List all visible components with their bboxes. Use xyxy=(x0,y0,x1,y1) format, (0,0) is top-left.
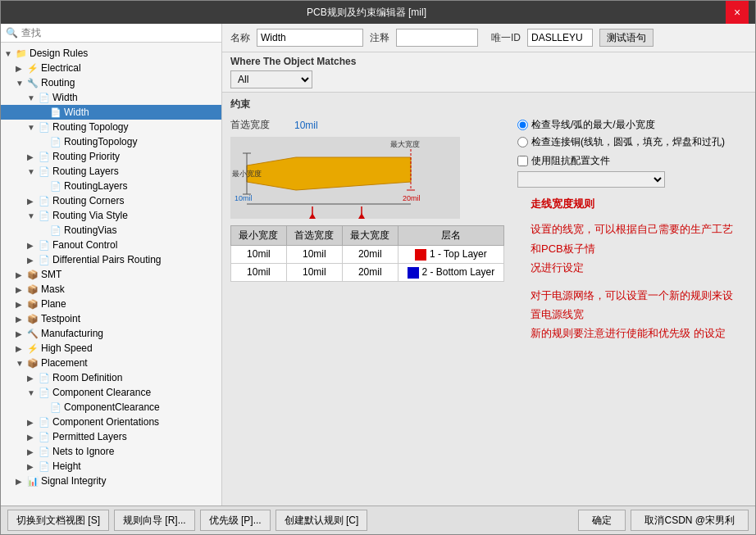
comment-input[interactable] xyxy=(396,29,478,47)
tree-item-mask[interactable]: ▶📦Mask xyxy=(1,282,221,297)
name-input[interactable] xyxy=(257,29,363,47)
impedance-select[interactable] xyxy=(517,171,665,188)
layer-color-box xyxy=(415,249,426,261)
search-input[interactable] xyxy=(21,27,216,39)
tree-label: RoutingTopology xyxy=(64,136,137,147)
tree-toggle: ▶ xyxy=(16,344,27,353)
layer-table-header: 首选宽度 xyxy=(286,226,342,246)
radio-arc[interactable] xyxy=(517,120,528,130)
tree-item-design-rules[interactable]: ▼📁Design Rules xyxy=(1,46,221,61)
tree-icon: 📊 xyxy=(27,476,39,487)
tree-icon: 📄 xyxy=(50,402,61,413)
tree-item-comp-orient[interactable]: ▶📄Component Orientations xyxy=(1,415,221,429)
tree-item-diff-pairs[interactable]: ▶📄Differential Pairs Routing xyxy=(1,252,221,267)
tree-item-routing-topology[interactable]: ▼📄Routing Topology xyxy=(1,120,221,134)
tree-toggle: ▼ xyxy=(27,211,39,220)
commentary: 走线宽度规则 设置的线宽，可以根据自己需要的生产工艺和PCB板子情 况进行设定 … xyxy=(517,188,747,350)
tree-label: RoutingVias xyxy=(64,224,117,236)
close-button[interactable]: × xyxy=(726,1,749,24)
id-input[interactable] xyxy=(527,29,593,47)
tree-icon: 📄 xyxy=(39,122,50,133)
match-dropdown[interactable]: AllNetNet ClassLayerNet and Layer xyxy=(230,70,312,88)
tree-icon: 📄 xyxy=(39,152,50,162)
radio-arc-label: 检查导线/弧的最大/最小宽度 xyxy=(531,118,655,132)
tree-toggle: ▶ xyxy=(27,418,39,427)
tree-label: Routing Corners xyxy=(52,195,124,206)
trace-svg: 最小宽度 10mil 最大宽度 20mil xyxy=(230,137,460,219)
table-cell-pref: 10mil xyxy=(286,263,342,281)
main-window: PCB规则及约束编辑器 [mil] × 🔍 ▼📁Design Rules▶⚡El… xyxy=(0,0,756,535)
tree-icon: ⚡ xyxy=(27,63,39,74)
tree-icon: 📄 xyxy=(39,166,50,177)
tree-label: Plane xyxy=(41,298,66,310)
radio-copper[interactable] xyxy=(517,137,528,147)
tree-item-comp-clearance[interactable]: ▼📄Component Clearance xyxy=(1,385,221,400)
radio-row-1: 检查导线/弧的最大/最小宽度 xyxy=(517,118,747,132)
switch-view-button[interactable]: 切换到文档视图 [S] xyxy=(7,510,109,531)
tree-label: High Speed xyxy=(41,342,93,354)
tree-item-routing-layers[interactable]: ▼📄Routing Layers xyxy=(1,164,221,179)
tree-item-comp-clearance-sub[interactable]: 📄ComponentClearance xyxy=(1,400,221,415)
tree-item-height[interactable]: ▶📄Height xyxy=(1,459,221,474)
tree-icon: 📦 xyxy=(27,358,39,369)
layer-table-header: 层名 xyxy=(398,226,503,246)
tree-label: Electrical xyxy=(41,62,81,74)
layer-table: 最小宽度首选宽度最大宽度层名10mil10mil20mil1 - Top Lay… xyxy=(230,225,504,282)
tree-item-signal-integrity[interactable]: ▶📊Signal Integrity xyxy=(1,474,221,488)
tree-item-testpoint[interactable]: ▶📦Testpoint xyxy=(1,311,221,326)
tree-label: Signal Integrity xyxy=(41,475,106,487)
test-button[interactable]: 测试语句 xyxy=(599,29,654,47)
tree-item-routing-vias[interactable]: 📄RoutingVias xyxy=(1,223,221,238)
tree-item-nets-ignore[interactable]: ▶📄Nets to Ignore xyxy=(1,444,221,459)
confirm-button[interactable]: 确定 xyxy=(578,510,626,531)
tree-toggle: ▶ xyxy=(27,447,39,456)
tree-item-routing-layers-sub[interactable]: 📄RoutingLayers xyxy=(1,179,221,193)
tree-toggle: ▼ xyxy=(27,388,39,397)
tree-icon: 📄 xyxy=(50,107,61,118)
tree-toggle: ▶ xyxy=(27,462,39,471)
tree-label: Height xyxy=(52,460,81,472)
name-label: 名称 xyxy=(230,31,250,45)
tree-item-width[interactable]: 📄Width xyxy=(1,105,221,120)
tree-icon: ⚡ xyxy=(27,343,39,354)
tree-toggle: ▶ xyxy=(27,197,39,206)
tree-item-high-speed[interactable]: ▶⚡High Speed xyxy=(1,341,221,356)
tree-icon: 📄 xyxy=(39,211,50,221)
pref-width-label: 首选宽度 xyxy=(230,118,288,132)
tree-icon: 📦 xyxy=(27,314,39,324)
tree-icon: 🔧 xyxy=(27,78,39,88)
tree-label: Routing Layers xyxy=(52,165,119,177)
tree-item-manufacturing[interactable]: ▶🔨Manufacturing xyxy=(1,326,221,341)
tree-item-electrical[interactable]: ▶⚡Electrical xyxy=(1,61,221,75)
tree-item-smt[interactable]: ▶📦SMT xyxy=(1,267,221,282)
trace-visual: 最小宽度 10mil 最大宽度 20mil xyxy=(230,137,460,219)
tree-toggle: ▶ xyxy=(16,285,27,294)
tree-item-plane[interactable]: ▶📦Plane xyxy=(1,297,221,311)
commentary-line3: 况进行设定 xyxy=(531,258,734,277)
tree-item-placement[interactable]: ▼📦Placement xyxy=(1,356,221,370)
checkbox-row: 使用阻抗配置文件 xyxy=(517,154,747,168)
tree-toggle: ▶ xyxy=(16,270,27,279)
tree-item-routing-priority[interactable]: ▶📄Routing Priority xyxy=(1,149,221,164)
rule-wizard-button[interactable]: 规则向导 [R]... xyxy=(114,510,195,531)
table-cell-layer: 1 - Top Layer xyxy=(398,246,503,264)
rule-header: 名称 注释 唯一ID 测试语句 xyxy=(222,24,755,52)
svg-text:最小宽度: 最小宽度 xyxy=(232,170,262,178)
tree-item-permitted-layers[interactable]: ▶📄Permitted Layers xyxy=(1,429,221,444)
tree-item-routing-via-style[interactable]: ▼📄Routing Via Style xyxy=(1,208,221,223)
tree-item-routing-topology-sub[interactable]: 📄RoutingTopology xyxy=(1,134,221,149)
tree-toggle: ▶ xyxy=(27,256,39,265)
tree-item-routing-corners[interactable]: ▶📄Routing Corners xyxy=(1,193,221,208)
tree-item-room-def[interactable]: ▶📄Room Definition xyxy=(1,370,221,385)
tree-item-fanout-control[interactable]: ▶📄Fanout Control xyxy=(1,238,221,252)
tree-item-width-group[interactable]: ▼📄Width xyxy=(1,90,221,105)
tree-icon: 📄 xyxy=(39,447,50,457)
impedance-checkbox[interactable] xyxy=(517,156,528,166)
tree-icon: 📄 xyxy=(39,461,50,472)
tree-label: RoutingLayers xyxy=(64,180,127,192)
tree-item-routing[interactable]: ▼🔧Routing xyxy=(1,75,221,90)
cancel-button[interactable]: 取消CSDN @宋男利 xyxy=(631,510,749,531)
create-default-button[interactable]: 创建默认规则 [C] xyxy=(276,510,368,531)
table-cell-pref: 10mil xyxy=(286,246,342,264)
priority-button[interactable]: 优先级 [P]... xyxy=(200,510,271,531)
